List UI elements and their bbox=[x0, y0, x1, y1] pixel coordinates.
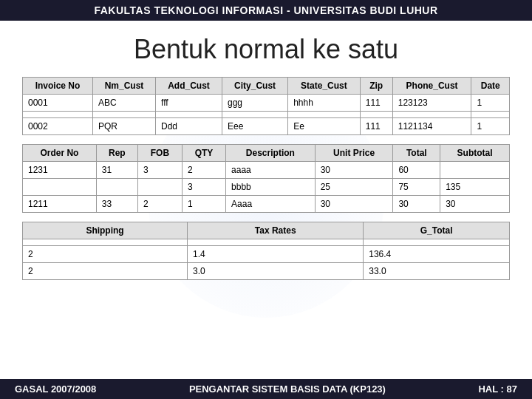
table-cell: 1 bbox=[471, 95, 510, 112]
table1-col-header: Nm_Cust bbox=[93, 78, 156, 95]
table-cell: 31 bbox=[96, 162, 137, 179]
table-cell: 111 bbox=[360, 118, 392, 135]
table-cell: Ddd bbox=[156, 118, 222, 135]
table-cell: fff bbox=[156, 95, 222, 112]
table2-header-row: Order NoRepFOBQTYDescriptionUnit PriceTo… bbox=[23, 145, 510, 162]
page-footer: GASAL 2007/2008 PENGANTAR SISTEM BASIS D… bbox=[0, 379, 532, 399]
table-cell: 3 bbox=[137, 162, 182, 179]
table-row: 0002PQRDddEeeEe11111211341 bbox=[23, 118, 510, 135]
table-cell bbox=[471, 112, 510, 118]
table-cell bbox=[156, 112, 222, 118]
table1-col-header: City_Cust bbox=[222, 78, 288, 95]
footer-center: PENGANTAR SISTEM BASIS DATA (KP123) bbox=[189, 383, 386, 395]
table2-col-header: Unit Price bbox=[315, 145, 393, 162]
page-title: Bentuk normal ke satu bbox=[0, 21, 532, 77]
table-cell: 60 bbox=[393, 162, 440, 179]
table1-col-header: Zip bbox=[360, 78, 392, 95]
table-cell: 33.0 bbox=[364, 263, 510, 280]
table1-header-row: Invoice NoNm_CustAdd_CustCity_CustState_… bbox=[23, 78, 510, 95]
table-cell: 33 bbox=[96, 196, 137, 213]
invoice-table: Invoice NoNm_CustAdd_CustCity_CustState_… bbox=[22, 77, 510, 135]
table3-col-header: G_Total bbox=[364, 222, 510, 239]
table-cell: Eee bbox=[222, 118, 288, 135]
table-row: 21.4136.4 bbox=[23, 246, 510, 263]
table-row: 3bbbb2575135 bbox=[23, 179, 510, 196]
table-cell bbox=[23, 112, 93, 118]
table-cell: 2 bbox=[23, 263, 188, 280]
table2-col-header: Total bbox=[393, 145, 440, 162]
table-cell: 3 bbox=[182, 179, 225, 196]
order-table: Order NoRepFOBQTYDescriptionUnit PriceTo… bbox=[22, 144, 510, 213]
table-cell: 136.4 bbox=[364, 246, 510, 263]
table-cell bbox=[23, 179, 97, 196]
table1-col-header: Add_Cust bbox=[156, 78, 222, 95]
table-cell: 1211 bbox=[23, 196, 97, 213]
invoice-table-wrapper: Invoice NoNm_CustAdd_CustCity_CustState_… bbox=[22, 77, 510, 135]
table1-body: 0001ABCfffggghhhh11112312310002PQRDddEee… bbox=[23, 95, 510, 135]
table2-col-header: QTY bbox=[182, 145, 225, 162]
table-cell: 75 bbox=[393, 179, 440, 196]
table-cell bbox=[93, 112, 156, 118]
footer-right: HAL : 87 bbox=[478, 383, 517, 395]
table-cell: 1.4 bbox=[188, 246, 364, 263]
header-title: FAKULTAS TEKNOLOGI INFORMASI - UNIVERSIT… bbox=[94, 4, 437, 16]
table-cell bbox=[440, 162, 510, 179]
order-table-wrapper: Order NoRepFOBQTYDescriptionUnit PriceTo… bbox=[22, 144, 510, 213]
table-cell: 135 bbox=[440, 179, 510, 196]
table-cell bbox=[288, 112, 361, 118]
table-cell bbox=[23, 239, 188, 246]
table-cell: 2 bbox=[182, 162, 225, 179]
table-cell bbox=[188, 239, 364, 246]
table-cell: 25 bbox=[315, 179, 393, 196]
shipping-table: ShippingTax RatesG_Total 21.4136.423.033… bbox=[22, 222, 510, 280]
table-cell bbox=[392, 112, 471, 118]
table-row: 12113321Aaaa303030 bbox=[23, 196, 510, 213]
table3-col-header: Tax Rates bbox=[188, 222, 364, 239]
table-row bbox=[23, 112, 510, 118]
table-cell: ggg bbox=[222, 95, 288, 112]
table-cell: aaaa bbox=[226, 162, 316, 179]
table1-col-header: State_Cust bbox=[288, 78, 361, 95]
table-cell: 123123 bbox=[392, 95, 471, 112]
table-cell: 1 bbox=[182, 196, 225, 213]
table-cell bbox=[222, 112, 288, 118]
table2-col-header: Order No bbox=[23, 145, 97, 162]
table2-col-header: FOB bbox=[137, 145, 182, 162]
table-cell bbox=[137, 179, 182, 196]
table1-col-header: Date bbox=[471, 78, 510, 95]
table-cell: 1121134 bbox=[392, 118, 471, 135]
table-cell: Aaaa bbox=[226, 196, 316, 213]
table-cell: 2 bbox=[23, 246, 188, 263]
table3-header-row: ShippingTax RatesG_Total bbox=[23, 222, 510, 239]
table-cell: 3.0 bbox=[188, 263, 364, 280]
table-cell: ABC bbox=[93, 95, 156, 112]
table2-col-header: Rep bbox=[96, 145, 137, 162]
table-cell: 2 bbox=[137, 196, 182, 213]
table-cell: 30 bbox=[315, 162, 393, 179]
table-cell: hhhh bbox=[288, 95, 361, 112]
page-header: FAKULTAS TEKNOLOGI INFORMASI - UNIVERSIT… bbox=[0, 0, 532, 21]
table1-col-header: Invoice No bbox=[23, 78, 93, 95]
table-row: 23.033.0 bbox=[23, 263, 510, 280]
table3-col-header: Shipping bbox=[23, 222, 188, 239]
table-cell: 30 bbox=[393, 196, 440, 213]
table-cell: PQR bbox=[93, 118, 156, 135]
table-cell: 0001 bbox=[23, 95, 93, 112]
table2-col-header: Description bbox=[226, 145, 316, 162]
shipping-table-wrapper: ShippingTax RatesG_Total 21.4136.423.033… bbox=[22, 222, 510, 280]
table2-body: 12313132aaaa30603bbbb257513512113321Aaaa… bbox=[23, 162, 510, 213]
footer-left: GASAL 2007/2008 bbox=[15, 383, 96, 395]
table-cell: Ee bbox=[288, 118, 361, 135]
table-cell bbox=[364, 239, 510, 246]
table-cell: bbbb bbox=[226, 179, 316, 196]
table-row bbox=[23, 239, 510, 246]
table-cell: 1 bbox=[471, 118, 510, 135]
table1-col-header: Phone_Cust bbox=[392, 78, 471, 95]
table-row: 0001ABCfffggghhhh1111231231 bbox=[23, 95, 510, 112]
table-cell: 0002 bbox=[23, 118, 93, 135]
table-cell: 30 bbox=[440, 196, 510, 213]
table-cell bbox=[360, 112, 392, 118]
table-cell: 1231 bbox=[23, 162, 97, 179]
table2-col-header: Subtotal bbox=[440, 145, 510, 162]
table-cell: 30 bbox=[315, 196, 393, 213]
